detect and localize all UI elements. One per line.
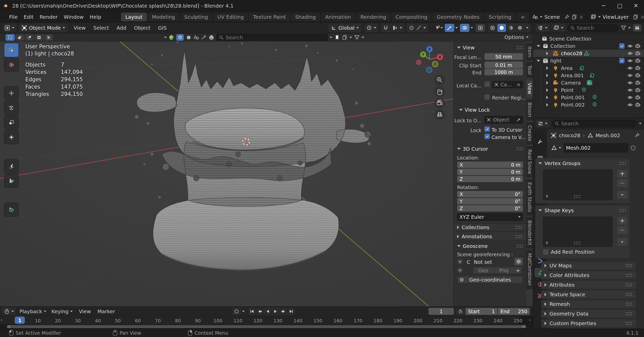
hide-eye-icon[interactable] [627, 80, 633, 86]
vertex-groups-header[interactable]: Vertex Groups [535, 158, 630, 168]
render-visibility-icon[interactable] [635, 58, 641, 64]
timeline-menu-item[interactable]: Marker [97, 307, 115, 315]
tool-move[interactable] [4, 86, 19, 100]
use-preview-range-button[interactable] [456, 308, 465, 315]
render-visibility-icon[interactable] [635, 43, 641, 49]
collection-checkbox[interactable] [619, 58, 625, 63]
timeline-editor-type-button[interactable] [2, 308, 16, 315]
pin-icon[interactable] [634, 132, 640, 138]
vg-remove-button[interactable]: − [617, 179, 628, 187]
next-keyframe-button[interactable] [280, 308, 287, 315]
disclosure-icon[interactable] [546, 88, 548, 92]
proj-button[interactable]: Proj [494, 267, 514, 274]
bk-materials-tab[interactable] [186, 35, 191, 40]
current-frame-field[interactable]: 1 [428, 308, 454, 315]
menu-item[interactable]: Render [36, 12, 61, 22]
lock-to-cursor-checkbox[interactable] [484, 126, 490, 132]
workspace-tab[interactable]: Rendering [356, 13, 391, 21]
disclosure-icon[interactable] [546, 96, 548, 99]
bk-printable-tab[interactable] [209, 35, 214, 40]
workspace-tab[interactable]: Modeling [148, 13, 179, 21]
sidebar-tab[interactable]: MatCombiner [526, 250, 534, 289]
rotation-order-dropdown[interactable]: XYZ Euler [457, 213, 523, 221]
geo-coordinates-button[interactable]: Geo-coordinates [457, 276, 523, 283]
workspace-tab[interactable]: Sculpting [180, 13, 212, 21]
list-expand-icon[interactable] [546, 241, 548, 245]
timeline-menu-dropdown[interactable]: Keying [49, 307, 75, 315]
local-camera-field[interactable]: Ca... × [492, 81, 523, 88]
render-visibility-icon[interactable] [635, 102, 641, 108]
tool-annotate[interactable] [4, 159, 19, 173]
play-button[interactable] [272, 308, 280, 315]
bk-models-tab[interactable] [176, 34, 184, 41]
shape-keys-list[interactable] [543, 216, 613, 247]
gizmos-toggle[interactable] [445, 24, 454, 32]
timeline-menu-dropdown[interactable]: Playback [17, 307, 48, 315]
mesh-name-field[interactable]: Mesh.002 [564, 143, 628, 152]
unlink-scene-button[interactable]: × [579, 14, 583, 20]
remove-viewlayer-button[interactable]: × [640, 14, 644, 20]
select-mode-invert[interactable] [34, 34, 44, 41]
hide-eye-icon[interactable] [627, 73, 633, 78]
cursor-rot-x[interactable]: X0° [457, 191, 523, 197]
tool-scale[interactable] [4, 115, 19, 130]
outliner-row-collection[interactable]: Collection [533, 42, 644, 50]
tool-cursor[interactable] [4, 58, 19, 72]
workspace-tab[interactable]: UV Editing [213, 13, 248, 21]
mode-dropdown[interactable]: Object Mode [19, 24, 68, 32]
show-visibility-dropdown[interactable] [434, 24, 444, 32]
disclosure-icon[interactable] [546, 103, 548, 107]
options-dropdown[interactable]: Options [504, 34, 529, 40]
outliner-row-area-001[interactable]: Area.001 [533, 72, 644, 79]
outliner-row-choco28[interactable]: choco28 [533, 50, 644, 57]
vertex-groups-list[interactable] [543, 169, 613, 200]
outliner-row-area[interactable]: Area [533, 64, 644, 72]
outliner-display-mode-button[interactable] [536, 24, 550, 32]
menu-item[interactable]: Help [87, 12, 104, 22]
render-visibility-icon[interactable] [635, 73, 641, 78]
filter-icon[interactable] [621, 25, 626, 31]
snap-group[interactable] [381, 24, 404, 32]
disclosure-icon[interactable] [537, 45, 540, 47]
crs-radio[interactable] [458, 259, 462, 264]
select-mode-set[interactable] [6, 34, 15, 41]
select-mode-extend[interactable] [15, 34, 24, 41]
hide-eye-icon[interactable] [627, 43, 633, 49]
camera-to-view-checkbox[interactable] [484, 134, 490, 139]
disclosure-icon[interactable] [546, 74, 548, 77]
render-visibility-icon[interactable] [635, 51, 641, 56]
hide-eye-icon[interactable] [627, 102, 633, 108]
fake-user-shield-icon[interactable] [630, 145, 636, 151]
vg-add-button[interactable]: + [617, 169, 628, 178]
menu-item[interactable]: Window [61, 12, 87, 22]
proportional-edit-group[interactable] [407, 24, 428, 32]
sidebar-tab[interactable]: BlenderKit [526, 217, 534, 249]
menu-item[interactable]: File [6, 12, 21, 22]
drag-grip-icon[interactable] [516, 46, 524, 50]
crs-settings-button[interactable] [514, 258, 523, 265]
jump-to-start-button[interactable] [248, 308, 256, 315]
hide-eye-icon[interactable] [627, 65, 633, 71]
property-section[interactable]: Attributes [541, 281, 636, 289]
tab-tool[interactable] [533, 137, 547, 146]
disclosure-icon[interactable] [546, 66, 548, 70]
properties-editor-type-button[interactable] [536, 120, 550, 127]
outliner-row-point-001[interactable]: Point.001 [533, 94, 644, 101]
outliner-filter-mode-button[interactable] [552, 24, 565, 32]
asset-pages-icon[interactable] [342, 35, 347, 40]
hide-eye-icon[interactable] [627, 95, 633, 100]
shading-solid-button[interactable] [497, 24, 506, 32]
orientation-dropdown[interactable]: Global [328, 24, 361, 32]
overlays-toggle[interactable] [460, 24, 470, 32]
breadcrumb-data[interactable]: Mesh.002 [596, 132, 620, 138]
tool-select-box[interactable] [4, 43, 19, 57]
sidebar-tab[interactable]: Earth Studio [526, 179, 534, 215]
blenderkit-search-input[interactable]: Search [216, 34, 328, 41]
property-section[interactable]: Color Attributes [541, 271, 636, 280]
clear-icon[interactable]: × [516, 82, 521, 88]
sk-remove-button[interactable]: − [617, 226, 628, 234]
frame-start-field[interactable]: Start1 [465, 308, 497, 315]
chevron-down-icon[interactable] [362, 37, 364, 38]
menu-item[interactable]: Edit [21, 12, 36, 22]
outliner-row-light-collection[interactable]: light [533, 57, 644, 64]
